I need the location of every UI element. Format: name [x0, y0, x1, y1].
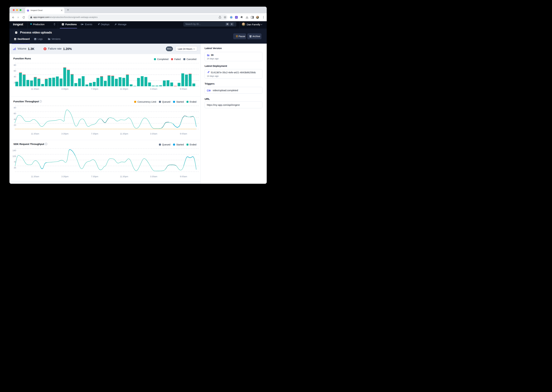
svg-text:11:30pm: 11:30pm [120, 88, 128, 90]
svg-text:3:30pm: 3:30pm [61, 88, 68, 90]
svg-text:140: 140 [13, 149, 16, 152]
svg-text:11:30pm: 11:30pm [120, 175, 128, 178]
svg-text:11:30am: 11:30am [31, 133, 39, 135]
svg-text:11:30am: 11:30am [31, 175, 39, 178]
svg-text:3:30am: 3:30am [150, 175, 157, 178]
svg-text:60: 60 [14, 70, 16, 72]
svg-text:3:30pm: 3:30pm [61, 175, 68, 178]
svg-text:40: 40 [14, 76, 16, 78]
svg-text:80: 80 [14, 64, 16, 66]
svg-text:11:30pm: 11:30pm [120, 133, 128, 135]
svg-text:9:00am: 9:00am [180, 175, 187, 178]
svg-text:11:30am: 11:30am [31, 88, 39, 90]
svg-text:3:30pm: 3:30pm [61, 133, 68, 135]
svg-text:7:30pm: 7:30pm [91, 133, 98, 135]
svg-text:80: 80 [14, 106, 16, 109]
svg-text:9:00am: 9:00am [180, 88, 187, 90]
svg-text:20: 20 [14, 124, 16, 126]
svg-text:35: 35 [14, 167, 16, 169]
svg-text:3:30am: 3:30am [150, 88, 157, 90]
svg-text:3:30am: 3:30am [150, 133, 157, 135]
svg-text:105: 105 [13, 155, 16, 158]
svg-text:7:30pm: 7:30pm [91, 88, 98, 90]
svg-text:7:30pm: 7:30pm [91, 175, 98, 178]
svg-text:9:00am: 9:00am [180, 133, 187, 135]
svg-text:60: 60 [14, 112, 16, 115]
